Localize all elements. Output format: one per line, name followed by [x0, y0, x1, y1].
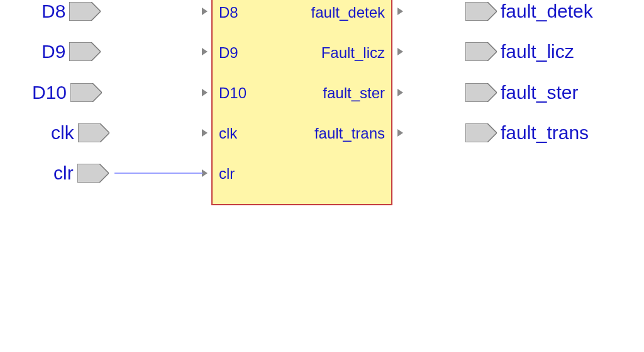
pin-label: D10 [219, 84, 247, 102]
svg-marker-5 [465, 2, 497, 21]
svg-marker-3 [78, 123, 109, 142]
schematic-canvas: D8 D9 D10 clk clr [0, 0, 644, 352]
pin-label: clr [219, 165, 235, 183]
pin-label: fault_trans [314, 125, 385, 142]
port-right-icon [78, 123, 109, 142]
output-label: fault_licz [501, 41, 574, 62]
input-port-clk[interactable]: clk [51, 120, 109, 145]
port-right-icon [77, 164, 109, 183]
pin-label: fault_detek [311, 4, 385, 21]
arrow-right-icon [397, 8, 403, 15]
port-right-icon [465, 83, 497, 102]
component-block[interactable]: D8 D9 D10 clk clr fault_detek Fault_licz… [211, 0, 392, 205]
arrow-right-icon [397, 129, 403, 137]
svg-marker-4 [77, 164, 109, 183]
pin-label: D9 [219, 44, 238, 62]
port-right-icon [69, 42, 101, 61]
pin-label: Fault_licz [321, 44, 385, 62]
svg-marker-1 [69, 42, 101, 61]
output-label: fault_trans [501, 122, 589, 144]
pin-label: D8 [219, 4, 238, 21]
port-right-icon [465, 42, 497, 61]
pin-label: clk [219, 125, 237, 142]
input-label: clk [51, 122, 74, 144]
output-port-fault-ster[interactable]: fault_ster [465, 80, 578, 105]
port-right-icon [465, 123, 497, 142]
port-right-icon [70, 83, 102, 102]
input-label: clr [53, 162, 74, 184]
wire [114, 173, 203, 174]
port-right-icon [69, 2, 101, 21]
svg-marker-0 [69, 2, 101, 21]
arrow-right-icon [397, 48, 403, 55]
port-right-icon [465, 2, 497, 21]
svg-marker-8 [465, 123, 497, 142]
arrow-right-icon [202, 169, 208, 177]
output-label: fault_ster [501, 82, 578, 103]
input-port-d8[interactable]: D8 [42, 0, 101, 24]
svg-marker-6 [465, 42, 497, 61]
output-port-fault-trans[interactable]: fault_trans [465, 120, 589, 145]
output-port-fault-detek[interactable]: fault_detek [465, 0, 593, 24]
input-port-d9[interactable]: D9 [42, 39, 101, 64]
input-label: D9 [42, 41, 65, 62]
arrow-right-icon [202, 129, 208, 137]
input-label: D8 [42, 1, 65, 22]
input-label: D10 [32, 82, 67, 103]
svg-marker-2 [70, 83, 102, 102]
output-port-fault-licz[interactable]: fault_licz [465, 39, 574, 64]
output-label: fault_detek [501, 1, 593, 22]
pin-label: fault_ster [323, 84, 385, 102]
input-port-d10[interactable]: D10 [32, 80, 102, 105]
input-port-clr[interactable]: clr [53, 161, 109, 186]
svg-marker-7 [465, 83, 497, 102]
arrow-right-icon [202, 8, 208, 15]
arrow-right-icon [202, 89, 208, 96]
arrow-right-icon [397, 89, 403, 96]
arrow-right-icon [202, 48, 208, 55]
